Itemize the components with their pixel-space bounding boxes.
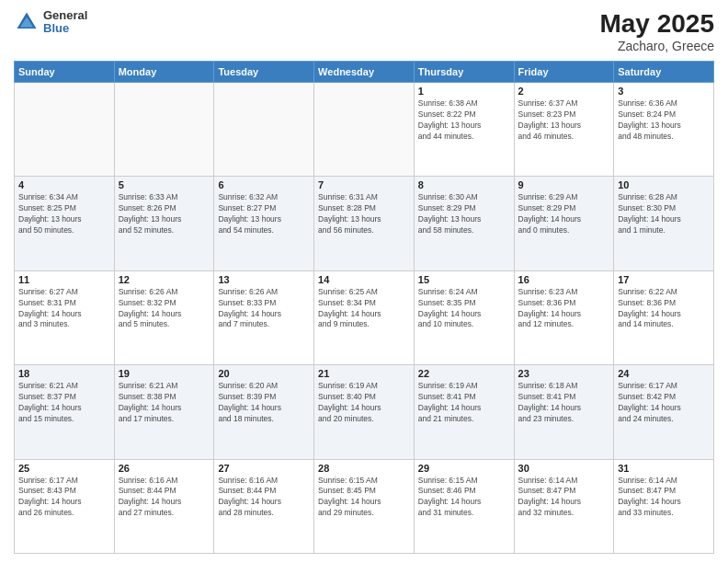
day-cell bbox=[114, 83, 214, 177]
day-number: 24 bbox=[618, 368, 710, 379]
day-number: 23 bbox=[518, 368, 610, 379]
day-cell: 31Sunrise: 6:14 AM Sunset: 8:47 PM Dayli… bbox=[614, 459, 714, 553]
logo: General Blue bbox=[14, 9, 87, 36]
logo-icon bbox=[14, 9, 40, 35]
logo-text: General Blue bbox=[43, 9, 87, 36]
week-row-3: 11Sunrise: 6:27 AM Sunset: 8:31 PM Dayli… bbox=[15, 270, 714, 364]
day-cell: 27Sunrise: 6:16 AM Sunset: 8:44 PM Dayli… bbox=[214, 459, 314, 553]
day-info: Sunrise: 6:32 AM Sunset: 8:27 PM Dayligh… bbox=[218, 192, 310, 236]
day-cell bbox=[314, 83, 415, 177]
day-number: 25 bbox=[18, 463, 110, 474]
day-cell: 15Sunrise: 6:24 AM Sunset: 8:35 PM Dayli… bbox=[414, 270, 514, 364]
day-header-tuesday: Tuesday bbox=[214, 62, 314, 83]
day-info: Sunrise: 6:15 AM Sunset: 8:45 PM Dayligh… bbox=[318, 476, 410, 520]
day-info: Sunrise: 6:19 AM Sunset: 8:40 PM Dayligh… bbox=[318, 381, 410, 425]
day-info: Sunrise: 6:21 AM Sunset: 8:38 PM Dayligh… bbox=[119, 381, 210, 425]
week-row-1: 1Sunrise: 6:38 AM Sunset: 8:22 PM Daylig… bbox=[15, 83, 714, 177]
day-cell: 30Sunrise: 6:14 AM Sunset: 8:47 PM Dayli… bbox=[514, 459, 614, 553]
day-cell: 11Sunrise: 6:27 AM Sunset: 8:31 PM Dayli… bbox=[15, 270, 115, 364]
day-info: Sunrise: 6:31 AM Sunset: 8:28 PM Dayligh… bbox=[318, 192, 410, 236]
day-cell: 1Sunrise: 6:38 AM Sunset: 8:22 PM Daylig… bbox=[414, 83, 514, 177]
day-header-thursday: Thursday bbox=[414, 62, 514, 83]
day-cell: 23Sunrise: 6:18 AM Sunset: 8:41 PM Dayli… bbox=[514, 365, 614, 459]
day-cell: 6Sunrise: 6:32 AM Sunset: 8:27 PM Daylig… bbox=[214, 177, 314, 270]
day-number: 2 bbox=[518, 86, 610, 97]
day-number: 31 bbox=[618, 463, 710, 474]
day-info: Sunrise: 6:34 AM Sunset: 8:25 PM Dayligh… bbox=[18, 192, 110, 236]
day-number: 6 bbox=[218, 179, 310, 190]
day-info: Sunrise: 6:25 AM Sunset: 8:34 PM Dayligh… bbox=[318, 287, 410, 331]
day-info: Sunrise: 6:26 AM Sunset: 8:33 PM Dayligh… bbox=[218, 287, 310, 331]
logo-general-text: General bbox=[43, 9, 87, 22]
day-cell: 5Sunrise: 6:33 AM Sunset: 8:26 PM Daylig… bbox=[114, 177, 214, 270]
day-info: Sunrise: 6:38 AM Sunset: 8:22 PM Dayligh… bbox=[418, 98, 510, 143]
day-cell: 4Sunrise: 6:34 AM Sunset: 8:25 PM Daylig… bbox=[15, 177, 115, 270]
day-cell: 8Sunrise: 6:30 AM Sunset: 8:29 PM Daylig… bbox=[414, 177, 514, 270]
title-block: May 2025 Zacharo, Greece bbox=[599, 9, 714, 53]
calendar-subtitle: Zacharo, Greece bbox=[599, 39, 714, 53]
day-header-sunday: Sunday bbox=[15, 62, 115, 83]
header: General Blue May 2025 Zacharo, Greece bbox=[14, 9, 714, 53]
day-cell: 20Sunrise: 6:20 AM Sunset: 8:39 PM Dayli… bbox=[214, 365, 314, 459]
day-cell: 22Sunrise: 6:19 AM Sunset: 8:41 PM Dayli… bbox=[414, 365, 514, 459]
day-cell: 12Sunrise: 6:26 AM Sunset: 8:32 PM Dayli… bbox=[114, 270, 214, 364]
day-header-saturday: Saturday bbox=[614, 62, 714, 83]
day-info: Sunrise: 6:30 AM Sunset: 8:29 PM Dayligh… bbox=[418, 192, 510, 236]
day-number: 26 bbox=[119, 463, 210, 474]
day-cell: 13Sunrise: 6:26 AM Sunset: 8:33 PM Dayli… bbox=[214, 270, 314, 364]
day-number: 10 bbox=[618, 179, 710, 190]
day-number: 4 bbox=[18, 179, 110, 190]
day-cell: 10Sunrise: 6:28 AM Sunset: 8:30 PM Dayli… bbox=[614, 177, 714, 270]
day-number: 14 bbox=[318, 274, 410, 285]
day-number: 22 bbox=[418, 368, 510, 379]
day-info: Sunrise: 6:16 AM Sunset: 8:44 PM Dayligh… bbox=[218, 476, 310, 520]
day-number: 28 bbox=[318, 463, 410, 474]
day-number: 15 bbox=[418, 274, 510, 285]
day-cell: 3Sunrise: 6:36 AM Sunset: 8:24 PM Daylig… bbox=[614, 83, 714, 177]
header-row: SundayMondayTuesdayWednesdayThursdayFrid… bbox=[15, 62, 714, 83]
day-header-friday: Friday bbox=[514, 62, 614, 83]
day-cell: 19Sunrise: 6:21 AM Sunset: 8:38 PM Dayli… bbox=[114, 365, 214, 459]
day-number: 17 bbox=[618, 274, 710, 285]
day-cell: 24Sunrise: 6:17 AM Sunset: 8:42 PM Dayli… bbox=[614, 365, 714, 459]
day-cell bbox=[15, 83, 115, 177]
day-info: Sunrise: 6:29 AM Sunset: 8:29 PM Dayligh… bbox=[518, 192, 610, 236]
day-cell: 21Sunrise: 6:19 AM Sunset: 8:40 PM Dayli… bbox=[314, 365, 415, 459]
day-number: 19 bbox=[119, 368, 210, 379]
day-number: 27 bbox=[218, 463, 310, 474]
day-number: 20 bbox=[218, 368, 310, 379]
day-cell: 16Sunrise: 6:23 AM Sunset: 8:36 PM Dayli… bbox=[514, 270, 614, 364]
day-info: Sunrise: 6:17 AM Sunset: 8:43 PM Dayligh… bbox=[18, 476, 110, 520]
day-cell: 14Sunrise: 6:25 AM Sunset: 8:34 PM Dayli… bbox=[314, 270, 415, 364]
day-info: Sunrise: 6:14 AM Sunset: 8:47 PM Dayligh… bbox=[518, 476, 610, 520]
day-info: Sunrise: 6:24 AM Sunset: 8:35 PM Dayligh… bbox=[418, 287, 510, 331]
logo-blue-text: Blue bbox=[43, 22, 87, 35]
page: General Blue May 2025 Zacharo, Greece Su… bbox=[0, 0, 728, 563]
day-info: Sunrise: 6:26 AM Sunset: 8:32 PM Dayligh… bbox=[119, 287, 210, 331]
day-number: 5 bbox=[119, 179, 210, 190]
day-info: Sunrise: 6:14 AM Sunset: 8:47 PM Dayligh… bbox=[618, 476, 710, 520]
day-header-wednesday: Wednesday bbox=[314, 62, 415, 83]
day-number: 3 bbox=[618, 86, 710, 97]
day-info: Sunrise: 6:20 AM Sunset: 8:39 PM Dayligh… bbox=[218, 381, 310, 425]
day-info: Sunrise: 6:22 AM Sunset: 8:36 PM Dayligh… bbox=[618, 287, 710, 331]
day-number: 29 bbox=[418, 463, 510, 474]
day-cell: 17Sunrise: 6:22 AM Sunset: 8:36 PM Dayli… bbox=[614, 270, 714, 364]
day-info: Sunrise: 6:17 AM Sunset: 8:42 PM Dayligh… bbox=[618, 381, 710, 425]
day-info: Sunrise: 6:36 AM Sunset: 8:24 PM Dayligh… bbox=[618, 98, 710, 143]
day-number: 8 bbox=[418, 179, 510, 190]
day-number: 1 bbox=[418, 86, 510, 97]
day-info: Sunrise: 6:15 AM Sunset: 8:46 PM Dayligh… bbox=[418, 476, 510, 520]
day-number: 30 bbox=[518, 463, 610, 474]
day-cell: 18Sunrise: 6:21 AM Sunset: 8:37 PM Dayli… bbox=[15, 365, 115, 459]
week-row-4: 18Sunrise: 6:21 AM Sunset: 8:37 PM Dayli… bbox=[15, 365, 714, 459]
day-number: 21 bbox=[318, 368, 410, 379]
day-cell: 29Sunrise: 6:15 AM Sunset: 8:46 PM Dayli… bbox=[414, 459, 514, 553]
day-info: Sunrise: 6:23 AM Sunset: 8:36 PM Dayligh… bbox=[518, 287, 610, 331]
day-info: Sunrise: 6:21 AM Sunset: 8:37 PM Dayligh… bbox=[18, 381, 110, 425]
day-cell: 25Sunrise: 6:17 AM Sunset: 8:43 PM Dayli… bbox=[15, 459, 115, 553]
day-info: Sunrise: 6:37 AM Sunset: 8:23 PM Dayligh… bbox=[518, 98, 610, 143]
day-number: 18 bbox=[18, 368, 110, 379]
day-number: 11 bbox=[18, 274, 110, 285]
day-number: 7 bbox=[318, 179, 410, 190]
